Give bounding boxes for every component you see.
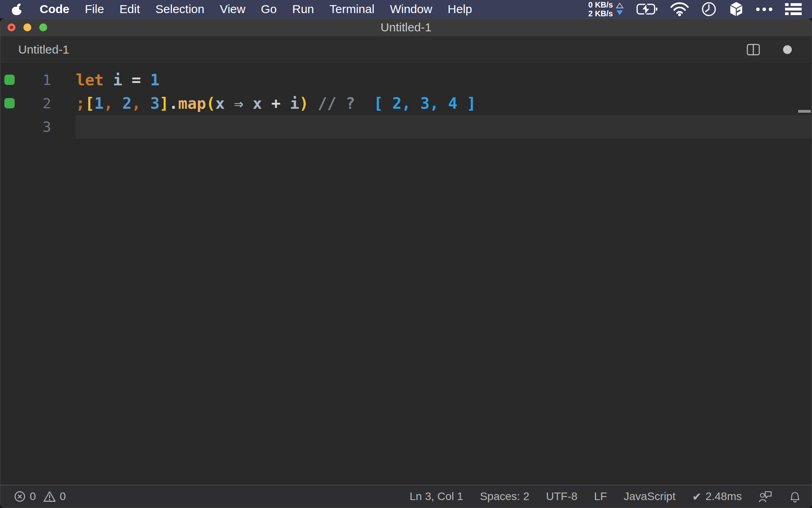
menu-item-go[interactable]: Go bbox=[261, 2, 277, 16]
upload-arrow-icon bbox=[616, 2, 624, 9]
line-number: 3 bbox=[0, 115, 51, 139]
menu-item-terminal[interactable]: Terminal bbox=[329, 2, 374, 16]
line-content: ;[1, 2, 3].map(x ⇒ x + i) // ? [ 2, 3, 4… bbox=[76, 92, 476, 115]
quokka-status[interactable]: ✔ 2.48ms bbox=[692, 490, 742, 503]
token-operator: + bbox=[271, 94, 280, 112]
list-icon[interactable] bbox=[785, 3, 802, 15]
token-plain bbox=[308, 94, 318, 112]
token-arrow: ⇒ bbox=[234, 94, 243, 112]
token-plain bbox=[103, 71, 113, 89]
error-icon bbox=[14, 491, 26, 502]
line-number: 1 bbox=[0, 68, 51, 92]
network-speed-indicator[interactable]: 0 KB/s 2 KB/s bbox=[588, 0, 624, 18]
token-number: 2 bbox=[122, 94, 131, 112]
feedback-icon[interactable] bbox=[758, 490, 773, 503]
menu-item-window[interactable]: Window bbox=[390, 2, 432, 16]
token-operator: . bbox=[169, 94, 178, 112]
status-bar: 0 0 Ln 3, Col 1 Spaces: 2 UTF-8 LF JavaS… bbox=[0, 485, 812, 508]
window-title-bar[interactable]: Untitled-1 bbox=[0, 19, 812, 36]
tab-untitled-1[interactable]: Untitled-1 bbox=[18, 43, 69, 56]
token-punct: ; bbox=[76, 94, 85, 112]
battery-charging-icon[interactable] bbox=[636, 3, 658, 15]
menu-item-file[interactable]: File bbox=[85, 2, 104, 16]
traffic-lights bbox=[8, 23, 47, 31]
menu-bar-tray: 0 KB/s 2 KB/s bbox=[588, 0, 802, 18]
token-plain bbox=[225, 94, 234, 112]
split-editor-icon[interactable] bbox=[747, 44, 760, 56]
bell-icon[interactable] bbox=[789, 490, 801, 503]
cube-app-icon[interactable] bbox=[729, 1, 743, 17]
menu-item-run[interactable]: Run bbox=[292, 2, 314, 16]
token-comment: ? bbox=[346, 94, 355, 112]
window-title: Untitled-1 bbox=[381, 21, 431, 34]
token-operator: = bbox=[132, 71, 141, 89]
warning-icon bbox=[43, 491, 56, 502]
warning-count: 0 bbox=[60, 490, 66, 503]
token-plain bbox=[141, 94, 150, 112]
token-plain bbox=[141, 71, 150, 89]
token-plain bbox=[243, 94, 253, 112]
token-punct: , bbox=[132, 94, 141, 112]
token-keyword: let bbox=[76, 71, 103, 89]
token-number: 1 bbox=[150, 71, 159, 89]
token-ident: x bbox=[253, 94, 262, 112]
menu-item-edit[interactable]: Edit bbox=[119, 2, 140, 16]
token-plain bbox=[281, 94, 290, 112]
wifi-icon[interactable] bbox=[670, 2, 689, 16]
token-punct: , bbox=[103, 94, 113, 112]
status-encoding[interactable]: UTF-8 bbox=[546, 490, 577, 503]
network-down-speed: 2 KB/s bbox=[588, 9, 613, 18]
menu-item-help[interactable]: Help bbox=[448, 2, 472, 16]
code-line-3[interactable]: 3 bbox=[0, 115, 812, 139]
clock-icon[interactable] bbox=[701, 2, 716, 17]
menu-item-selection[interactable]: Selection bbox=[155, 2, 204, 16]
token-ident: x bbox=[215, 94, 224, 112]
status-cursor-position[interactable]: Ln 3, Col 1 bbox=[410, 490, 463, 503]
token-bracket: ] bbox=[159, 94, 169, 112]
problems-indicator[interactable]: 0 0 bbox=[14, 490, 66, 503]
download-arrow-icon bbox=[616, 10, 624, 16]
token-ident: i bbox=[113, 71, 122, 89]
token-bracket: ( bbox=[206, 94, 215, 112]
macos-menu-bar: Code FileEditSelectionViewGoRunTerminalW… bbox=[0, 0, 812, 18]
token-function: map bbox=[178, 94, 206, 112]
code-line-1[interactable]: 1let i = 1 bbox=[0, 68, 812, 92]
close-button[interactable] bbox=[8, 23, 15, 31]
token-plain bbox=[122, 71, 131, 89]
menu-item-code[interactable]: Code bbox=[40, 2, 69, 16]
zoom-button[interactable] bbox=[39, 23, 47, 31]
token-number: 1 bbox=[94, 94, 103, 112]
token-bracket: ) bbox=[299, 94, 308, 112]
status-language-mode[interactable]: JavaScript bbox=[624, 490, 676, 503]
menu-item-view[interactable]: View bbox=[220, 2, 245, 16]
status-eol[interactable]: LF bbox=[594, 490, 607, 503]
status-indentation[interactable]: Spaces: 2 bbox=[480, 490, 529, 503]
token-comment: // bbox=[318, 94, 337, 112]
vscode-window: Untitled-1 Untitled-1 1let i = 12;[1, 2,… bbox=[0, 18, 812, 508]
error-count: 0 bbox=[30, 490, 36, 503]
quokka-inline-value: [ 2, 3, 4 ] bbox=[374, 94, 476, 112]
unsaved-changes-indicator[interactable] bbox=[783, 45, 792, 54]
token-number: 3 bbox=[150, 94, 159, 112]
code-editor[interactable]: 1let i = 12;[1, 2, 3].map(x ⇒ x + i) // … bbox=[0, 64, 812, 485]
network-up-speed: 0 KB/s bbox=[588, 0, 613, 9]
code-line-2[interactable]: 2;[1, 2, 3].map(x ⇒ x + i) // ? [ 2, 3, … bbox=[0, 92, 812, 115]
token-bracket: [ bbox=[85, 94, 94, 112]
editor-tab-bar: Untitled-1 bbox=[0, 36, 812, 64]
token-plain bbox=[355, 94, 374, 112]
token-plain bbox=[262, 94, 271, 112]
token-plain bbox=[337, 94, 346, 112]
token-ident: i bbox=[290, 94, 299, 112]
current-line-highlight bbox=[76, 115, 812, 139]
check-icon: ✔ bbox=[692, 490, 701, 503]
ellipsis-icon[interactable] bbox=[756, 8, 772, 11]
token-plain bbox=[113, 94, 122, 112]
menu-items: Code FileEditSelectionViewGoRunTerminalW… bbox=[40, 2, 472, 16]
minimize-button[interactable] bbox=[23, 23, 31, 31]
line-content: let i = 1 bbox=[76, 68, 159, 92]
apple-icon[interactable] bbox=[12, 4, 21, 15]
quokka-run-time: 2.48ms bbox=[705, 490, 742, 503]
line-number: 2 bbox=[0, 92, 51, 115]
